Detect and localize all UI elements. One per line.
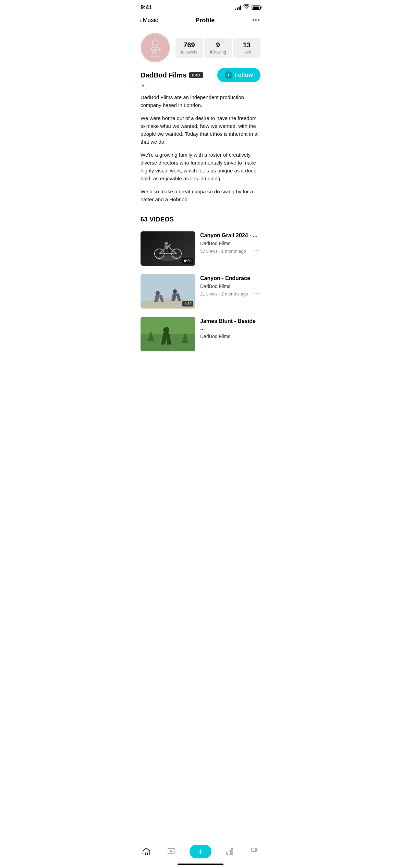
nav-header: ‹ Music Profile ··· — [134, 13, 267, 29]
page-title: Profile — [195, 17, 215, 24]
follow-button[interactable]: + Follow — [217, 68, 260, 82]
svg-point-13 — [165, 242, 168, 245]
status-bar: 9:41 — [134, 0, 267, 13]
video-meta-row-2: 21 views · 2 months ago ··· — [200, 290, 260, 298]
wifi-icon — [243, 4, 250, 11]
svg-point-2 — [154, 50, 156, 52]
video-creator-2: DadBod Films — [200, 284, 260, 289]
video-item-3[interactable]: James Blunt - Beside ... DadBod Films — [134, 313, 267, 355]
video-thumbnail-2: 1:20 — [141, 274, 195, 309]
likes-label: likes — [235, 50, 258, 55]
profile-name-row: DadBod Films PRO + Follow — [141, 68, 260, 82]
videos-count: 63 VIDEOS — [141, 216, 174, 223]
bio-para-2: We were borne out of a desire to have th… — [141, 114, 260, 146]
battery-icon — [252, 5, 260, 10]
videos-section: 63 VIDEOS — [134, 209, 267, 355]
profile-section: Dad Bod 769 followers 9 following 13 lik… — [134, 29, 267, 209]
video-title-1: Canyon Grail 2024 - ... — [200, 232, 260, 239]
bio-para-4: We also make a great cuppa so do swing b… — [141, 188, 260, 204]
video-info-3: James Blunt - Beside ... DadBod Films — [200, 317, 260, 340]
bio-para-1: DadBod Films are an independent producti… — [141, 93, 260, 109]
followers-count: 769 — [178, 41, 201, 49]
following-count: 9 — [206, 41, 230, 49]
followers-stat[interactable]: 769 followers — [175, 38, 203, 58]
followers-label: followers — [178, 50, 201, 55]
back-label: Music — [143, 17, 158, 24]
video-more-button-1[interactable]: ··· — [253, 248, 260, 255]
avatar: Dad Bod — [141, 33, 170, 62]
location-icon: 📍 — [141, 84, 146, 89]
video-meta-row-1: 50 views · 1 month ago ··· — [200, 248, 260, 255]
stats-container: 769 followers 9 following 13 likes — [175, 38, 260, 58]
video-more-button-2[interactable]: ··· — [253, 290, 260, 298]
video-thumbnail-1: 0:50 — [141, 231, 195, 266]
video-duration-2: 1:20 — [182, 301, 193, 306]
status-time: 9:41 — [141, 4, 152, 11]
likes-count: 13 — [235, 41, 258, 49]
svg-line-8 — [168, 246, 177, 254]
video-title-2: Canyon - Endurace — [200, 275, 260, 282]
video-thumbnail-3 — [141, 317, 195, 351]
svg-point-16 — [156, 291, 160, 295]
video-item-2[interactable]: 1:20 Canyon - Endurace DadBod Films 21 v… — [134, 270, 267, 313]
back-button[interactable]: ‹ Music — [139, 17, 158, 24]
location-row: 📍 — [141, 84, 260, 89]
status-icons — [235, 4, 260, 11]
follow-plus-icon: + — [225, 71, 232, 79]
following-label: following — [206, 50, 230, 55]
video-creator-1: DadBod Films — [200, 241, 260, 246]
more-button[interactable]: ··· — [252, 16, 260, 25]
follow-label: Follow — [234, 72, 253, 79]
svg-text:Dad Bod: Dad Bod — [151, 55, 160, 57]
video-creator-3: DadBod Films — [200, 334, 260, 339]
video-info-1: Canyon Grail 2024 - ... DadBod Films 50 … — [200, 231, 260, 255]
pro-badge: PRO — [189, 72, 203, 78]
videos-header: 63 VIDEOS — [134, 209, 267, 227]
video-title-3: James Blunt - Beside ... — [200, 318, 260, 332]
video-info-2: Canyon - Endurace DadBod Films 21 views … — [200, 274, 260, 298]
bio-para-3: We're a growing family with a roster of … — [141, 151, 260, 183]
avatar-image: Dad Bod — [145, 37, 166, 58]
svg-point-0 — [152, 40, 158, 46]
following-stat[interactable]: 9 following — [204, 38, 232, 58]
back-arrow-icon: ‹ — [139, 17, 142, 24]
svg-point-17 — [173, 289, 177, 293]
video-duration-1: 0:50 — [182, 258, 193, 264]
svg-point-22 — [163, 327, 169, 333]
profile-top: Dad Bod 769 followers 9 following 13 lik… — [141, 33, 260, 62]
profile-name: DadBod Films — [141, 71, 186, 79]
svg-line-11 — [168, 245, 171, 246]
profile-name-left: DadBod Films PRO — [141, 71, 203, 79]
video-meta-2: 21 views · 2 months ago — [200, 291, 248, 297]
likes-stat[interactable]: 13 likes — [233, 38, 260, 58]
video-item[interactable]: 0:50 Canyon Grail 2024 - ... DadBod Film… — [134, 227, 267, 270]
video-meta-1: 50 views · 1 month ago — [200, 249, 246, 254]
bio-text: DadBod Films are an independent producti… — [141, 93, 260, 203]
signal-icon — [235, 5, 241, 10]
